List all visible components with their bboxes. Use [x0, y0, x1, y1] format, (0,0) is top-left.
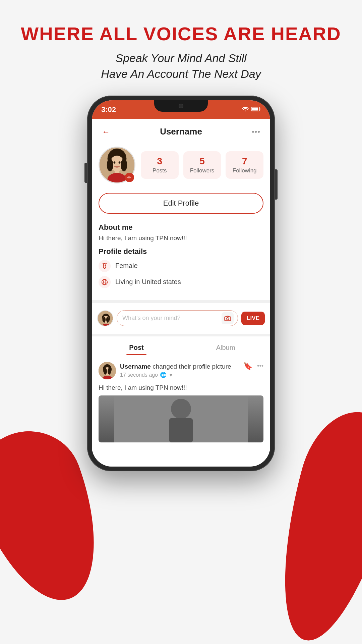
- post-input-field[interactable]: What's on your mind?: [117, 310, 238, 326]
- stats-group: 3 Posts 5 Followers 7 Following: [141, 151, 263, 179]
- header-username: Username: [160, 126, 202, 137]
- post-user-action-text: Username changed their profile picture: [120, 363, 231, 370]
- svg-rect-2: [252, 108, 258, 111]
- phone-mockup: 3:02: [0, 96, 362, 471]
- more-post-icon[interactable]: •••: [257, 363, 263, 370]
- more-options-button[interactable]: •••: [250, 126, 262, 138]
- post-item: Username changed their profile picture 1…: [92, 357, 270, 448]
- app-content: ← Username •••: [92, 119, 270, 467]
- post-body-text: Hi there, I am using TPN now!!!: [99, 383, 263, 392]
- post-tabs: Post Album: [92, 339, 270, 355]
- post-user-row: Username changed their profile picture 1…: [99, 362, 231, 379]
- svg-point-32: [108, 368, 111, 375]
- post-header: Username changed their profile picture 1…: [99, 362, 263, 379]
- globe-icon: 🌐: [160, 372, 167, 378]
- about-section: About me Hi there, I am using TPN now!!!…: [92, 220, 270, 298]
- pencil-icon: ✏: [127, 175, 131, 180]
- status-bar: 3:02: [92, 100, 270, 119]
- marketing-subline1: Speak Your Mind And Still: [115, 52, 246, 64]
- svg-point-10: [114, 166, 119, 168]
- following-label: Following: [229, 167, 260, 174]
- post-avatar-image: [98, 311, 113, 326]
- marketing-subtext: Speak Your Mind And Still Have An Accoun…: [0, 50, 362, 82]
- posts-count: 3: [144, 156, 175, 167]
- location-detail-row: Living in United states: [99, 276, 263, 288]
- more-dots-icon: •••: [252, 127, 260, 136]
- svg-point-7: [121, 159, 127, 171]
- svg-point-24: [106, 317, 109, 323]
- post-image: [99, 395, 263, 442]
- app-header: ← Username •••: [92, 119, 270, 143]
- gender-icon: [99, 260, 111, 272]
- following-count: 7: [229, 156, 260, 167]
- posts-label: Posts: [144, 167, 175, 174]
- post-username: Username: [120, 363, 151, 370]
- back-button[interactable]: ←: [100, 126, 112, 138]
- svg-point-31: [104, 368, 107, 375]
- svg-point-35: [171, 399, 191, 419]
- status-time: 3:02: [101, 105, 116, 114]
- marketing-section: WHERE ALL VOICES ARE HEARD Speak Your Mi…: [0, 0, 362, 96]
- svg-point-6: [107, 159, 113, 171]
- edit-avatar-button[interactable]: ✏: [125, 173, 134, 182]
- phone-frame: 3:02: [87, 96, 275, 471]
- posts-stat[interactable]: 3 Posts: [141, 151, 179, 179]
- section-divider: [92, 300, 270, 303]
- svg-rect-36: [169, 418, 193, 442]
- svg-point-0: [245, 111, 246, 112]
- edit-profile-button[interactable]: Edit Profile: [99, 193, 263, 214]
- profile-stats-row: ✏ 3 Posts 5 Followers 7: [92, 143, 270, 190]
- profile-details-title: Profile details: [99, 247, 263, 256]
- gender-detail-row: Female: [99, 260, 263, 272]
- post-avatar: [97, 310, 113, 326]
- status-icons: [242, 106, 261, 113]
- svg-point-8: [114, 161, 116, 164]
- post-user-info: Username changed their profile picture 1…: [120, 363, 231, 378]
- gender-text: Female: [115, 262, 138, 270]
- post-meta: 17 seconds ago 🌐 ▼: [120, 372, 231, 378]
- post-user-avatar-image: [99, 362, 116, 379]
- about-title: About me: [99, 223, 263, 232]
- post-image-inner: [99, 395, 263, 442]
- post-user-avatar: [99, 362, 116, 379]
- battery-icon: [251, 106, 261, 113]
- back-arrow-icon: ←: [102, 127, 110, 137]
- tab-album[interactable]: Album: [181, 339, 270, 355]
- phone-screen: 3:02: [92, 100, 270, 467]
- camera-button[interactable]: [222, 312, 234, 324]
- followers-label: Followers: [187, 167, 218, 174]
- svg-point-16: [103, 263, 104, 264]
- about-text: Hi there, I am using TPN now!!!: [99, 234, 263, 242]
- post-input-bar: What's on your mind? LIVE: [92, 306, 270, 331]
- wifi-icon: [242, 106, 249, 113]
- svg-point-23: [103, 317, 106, 323]
- post-time: 17 seconds ago: [120, 372, 158, 378]
- tabs-divider: [92, 334, 270, 336]
- tab-album-label: Album: [216, 344, 235, 351]
- marketing-headline: WHERE ALL VOICES ARE HEARD: [0, 23, 362, 44]
- post-action-text: changed their profile picture: [151, 363, 231, 370]
- live-button[interactable]: LIVE: [241, 312, 265, 325]
- location-text: Living in United states: [115, 278, 181, 286]
- tab-post-label: Post: [129, 344, 143, 351]
- marketing-subline2: Have An Account The Next Day: [101, 67, 261, 80]
- avatar-container: ✏: [99, 147, 135, 183]
- post-actions-right: 🔖 •••: [243, 362, 263, 371]
- notch: [154, 100, 208, 112]
- followers-stat[interactable]: 5 Followers: [183, 151, 221, 179]
- post-input-placeholder: What's on your mind?: [122, 315, 232, 322]
- tab-post[interactable]: Post: [92, 339, 181, 355]
- bookmark-icon[interactable]: 🔖: [243, 362, 252, 371]
- svg-point-9: [119, 161, 121, 164]
- svg-point-27: [227, 317, 229, 320]
- dropdown-arrow-icon: ▼: [169, 372, 173, 378]
- camera-notch: [179, 104, 183, 108]
- followers-count: 5: [187, 156, 218, 167]
- svg-point-17: [106, 263, 107, 264]
- following-stat[interactable]: 7 Following: [226, 151, 263, 179]
- location-icon: [99, 276, 111, 288]
